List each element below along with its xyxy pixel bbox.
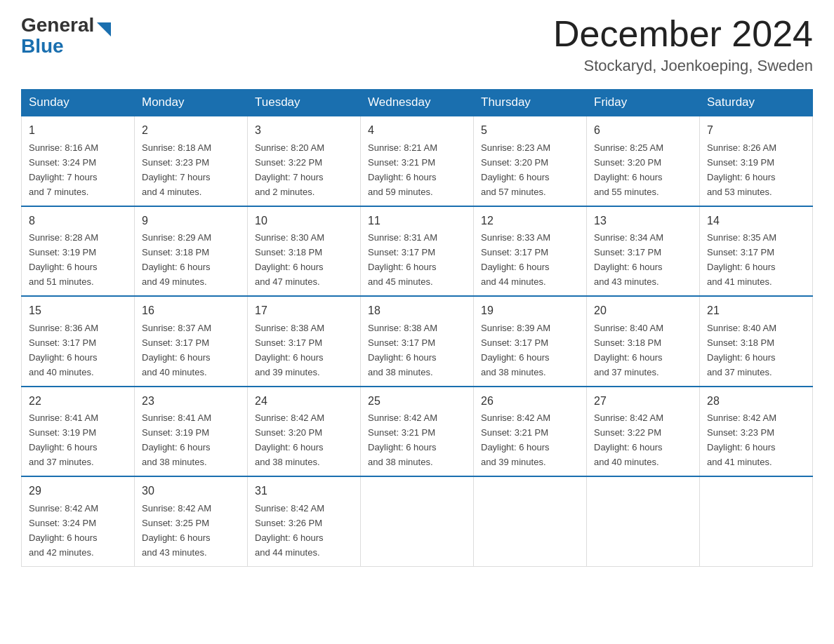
day-number: 4 bbox=[368, 122, 466, 140]
calendar-day-19: 19Sunrise: 8:39 AM Sunset: 3:17 PM Dayli… bbox=[474, 296, 587, 386]
calendar-day-26: 26Sunrise: 8:42 AM Sunset: 3:21 PM Dayli… bbox=[474, 387, 587, 476]
calendar-day-empty bbox=[361, 476, 474, 566]
day-info: Sunrise: 8:41 AM Sunset: 3:19 PM Dayligh… bbox=[142, 412, 211, 467]
day-header-saturday: Saturday bbox=[700, 90, 813, 116]
day-number: 27 bbox=[594, 393, 692, 410]
day-number: 30 bbox=[142, 483, 240, 500]
calendar-day-28: 28Sunrise: 8:42 AM Sunset: 3:23 PM Dayli… bbox=[700, 387, 813, 476]
calendar-day-9: 9Sunrise: 8:29 AM Sunset: 3:18 PM Daylig… bbox=[135, 206, 248, 296]
day-number: 3 bbox=[255, 122, 353, 140]
calendar-day-12: 12Sunrise: 8:33 AM Sunset: 3:17 PM Dayli… bbox=[474, 206, 587, 296]
title-block: December 2024 Stockaryd, Joenkoeping, Sw… bbox=[553, 14, 813, 75]
day-info: Sunrise: 8:33 AM Sunset: 3:17 PM Dayligh… bbox=[481, 232, 550, 287]
month-title: December 2024 bbox=[553, 14, 813, 54]
calendar-week-row: 8Sunrise: 8:28 AM Sunset: 3:19 PM Daylig… bbox=[22, 206, 813, 296]
calendar-day-4: 4Sunrise: 8:21 AM Sunset: 3:21 PM Daylig… bbox=[361, 116, 474, 206]
location-title: Stockaryd, Joenkoeping, Sweden bbox=[553, 57, 813, 75]
page-header: General Blue December 2024 Stockaryd, Jo… bbox=[21, 14, 813, 75]
day-info: Sunrise: 8:23 AM Sunset: 3:20 PM Dayligh… bbox=[481, 142, 550, 197]
day-info: Sunrise: 8:16 AM Sunset: 3:24 PM Dayligh… bbox=[29, 142, 98, 197]
day-info: Sunrise: 8:29 AM Sunset: 3:18 PM Dayligh… bbox=[142, 232, 211, 287]
calendar-day-6: 6Sunrise: 8:25 AM Sunset: 3:20 PM Daylig… bbox=[587, 116, 700, 206]
calendar-week-row: 22Sunrise: 8:41 AM Sunset: 3:19 PM Dayli… bbox=[22, 387, 813, 476]
day-info: Sunrise: 8:42 AM Sunset: 3:21 PM Dayligh… bbox=[368, 412, 437, 467]
day-number: 29 bbox=[29, 483, 127, 500]
day-info: Sunrise: 8:42 AM Sunset: 3:20 PM Dayligh… bbox=[255, 412, 324, 467]
day-number: 18 bbox=[368, 302, 466, 320]
day-info: Sunrise: 8:42 AM Sunset: 3:23 PM Dayligh… bbox=[707, 412, 776, 467]
day-info: Sunrise: 8:36 AM Sunset: 3:17 PM Dayligh… bbox=[29, 323, 98, 377]
day-info: Sunrise: 8:35 AM Sunset: 3:17 PM Dayligh… bbox=[707, 232, 776, 287]
day-header-sunday: Sunday bbox=[22, 90, 135, 116]
day-number: 17 bbox=[255, 302, 353, 320]
day-header-friday: Friday bbox=[587, 90, 700, 116]
day-info: Sunrise: 8:34 AM Sunset: 3:17 PM Dayligh… bbox=[594, 232, 663, 287]
calendar-day-7: 7Sunrise: 8:26 AM Sunset: 3:19 PM Daylig… bbox=[700, 116, 813, 206]
day-number: 11 bbox=[368, 213, 466, 230]
day-header-monday: Monday bbox=[135, 90, 248, 116]
day-info: Sunrise: 8:40 AM Sunset: 3:18 PM Dayligh… bbox=[707, 323, 776, 377]
day-info: Sunrise: 8:40 AM Sunset: 3:18 PM Dayligh… bbox=[594, 323, 663, 377]
calendar-header-row: SundayMondayTuesdayWednesdayThursdayFrid… bbox=[22, 90, 813, 116]
day-info: Sunrise: 8:26 AM Sunset: 3:19 PM Dayligh… bbox=[707, 142, 776, 197]
calendar-day-18: 18Sunrise: 8:38 AM Sunset: 3:17 PM Dayli… bbox=[361, 296, 474, 386]
calendar-day-8: 8Sunrise: 8:28 AM Sunset: 3:19 PM Daylig… bbox=[22, 206, 135, 296]
day-info: Sunrise: 8:42 AM Sunset: 3:21 PM Dayligh… bbox=[481, 412, 550, 467]
calendar-day-30: 30Sunrise: 8:42 AM Sunset: 3:25 PM Dayli… bbox=[135, 476, 248, 566]
calendar-table: SundayMondayTuesdayWednesdayThursdayFrid… bbox=[21, 89, 813, 566]
day-info: Sunrise: 8:31 AM Sunset: 3:17 PM Dayligh… bbox=[368, 232, 437, 287]
calendar-day-empty bbox=[474, 476, 587, 566]
calendar-day-3: 3Sunrise: 8:20 AM Sunset: 3:22 PM Daylig… bbox=[248, 116, 361, 206]
calendar-day-14: 14Sunrise: 8:35 AM Sunset: 3:17 PM Dayli… bbox=[700, 206, 813, 296]
day-number: 13 bbox=[594, 213, 692, 230]
day-number: 23 bbox=[142, 393, 240, 410]
calendar-day-31: 31Sunrise: 8:42 AM Sunset: 3:26 PM Dayli… bbox=[248, 476, 361, 566]
day-number: 21 bbox=[707, 302, 805, 320]
calendar-day-21: 21Sunrise: 8:40 AM Sunset: 3:18 PM Dayli… bbox=[700, 296, 813, 386]
logo-blue-text: Blue bbox=[21, 36, 64, 56]
calendar-day-20: 20Sunrise: 8:40 AM Sunset: 3:18 PM Dayli… bbox=[587, 296, 700, 386]
calendar-week-row: 15Sunrise: 8:36 AM Sunset: 3:17 PM Dayli… bbox=[22, 296, 813, 386]
day-number: 2 bbox=[142, 122, 240, 140]
day-info: Sunrise: 8:41 AM Sunset: 3:19 PM Dayligh… bbox=[29, 412, 98, 467]
calendar-day-11: 11Sunrise: 8:31 AM Sunset: 3:17 PM Dayli… bbox=[361, 206, 474, 296]
day-number: 12 bbox=[481, 213, 579, 230]
day-number: 10 bbox=[255, 213, 353, 230]
day-info: Sunrise: 8:37 AM Sunset: 3:17 PM Dayligh… bbox=[142, 323, 211, 377]
day-header-tuesday: Tuesday bbox=[248, 90, 361, 116]
calendar-day-29: 29Sunrise: 8:42 AM Sunset: 3:24 PM Dayli… bbox=[22, 476, 135, 566]
day-number: 26 bbox=[481, 393, 579, 410]
day-number: 28 bbox=[707, 393, 805, 410]
calendar-day-10: 10Sunrise: 8:30 AM Sunset: 3:18 PM Dayli… bbox=[248, 206, 361, 296]
day-header-thursday: Thursday bbox=[474, 90, 587, 116]
day-number: 7 bbox=[707, 122, 805, 140]
day-number: 24 bbox=[255, 393, 353, 410]
day-number: 22 bbox=[29, 393, 127, 410]
day-info: Sunrise: 8:42 AM Sunset: 3:24 PM Dayligh… bbox=[29, 503, 98, 558]
day-info: Sunrise: 8:42 AM Sunset: 3:22 PM Dayligh… bbox=[594, 412, 663, 467]
logo-triangle-icon bbox=[97, 22, 111, 36]
day-number: 14 bbox=[707, 213, 805, 230]
calendar-day-23: 23Sunrise: 8:41 AM Sunset: 3:19 PM Dayli… bbox=[135, 387, 248, 476]
day-info: Sunrise: 8:42 AM Sunset: 3:25 PM Dayligh… bbox=[142, 503, 211, 558]
calendar-day-1: 1Sunrise: 8:16 AM Sunset: 3:24 PM Daylig… bbox=[22, 116, 135, 206]
day-number: 5 bbox=[481, 122, 579, 140]
day-number: 15 bbox=[29, 302, 127, 320]
day-number: 19 bbox=[481, 302, 579, 320]
calendar-day-13: 13Sunrise: 8:34 AM Sunset: 3:17 PM Dayli… bbox=[587, 206, 700, 296]
day-number: 8 bbox=[29, 213, 127, 230]
calendar-day-16: 16Sunrise: 8:37 AM Sunset: 3:17 PM Dayli… bbox=[135, 296, 248, 386]
svg-marker-0 bbox=[97, 22, 111, 36]
day-header-wednesday: Wednesday bbox=[361, 90, 474, 116]
day-number: 20 bbox=[594, 302, 692, 320]
calendar-day-22: 22Sunrise: 8:41 AM Sunset: 3:19 PM Dayli… bbox=[22, 387, 135, 476]
logo: General Blue bbox=[21, 14, 111, 56]
day-number: 6 bbox=[594, 122, 692, 140]
day-info: Sunrise: 8:18 AM Sunset: 3:23 PM Dayligh… bbox=[142, 142, 211, 197]
calendar-day-2: 2Sunrise: 8:18 AM Sunset: 3:23 PM Daylig… bbox=[135, 116, 248, 206]
day-info: Sunrise: 8:28 AM Sunset: 3:19 PM Dayligh… bbox=[29, 232, 98, 287]
calendar-day-24: 24Sunrise: 8:42 AM Sunset: 3:20 PM Dayli… bbox=[248, 387, 361, 476]
calendar-day-empty bbox=[700, 476, 813, 566]
calendar-day-17: 17Sunrise: 8:38 AM Sunset: 3:17 PM Dayli… bbox=[248, 296, 361, 386]
day-info: Sunrise: 8:25 AM Sunset: 3:20 PM Dayligh… bbox=[594, 142, 663, 197]
